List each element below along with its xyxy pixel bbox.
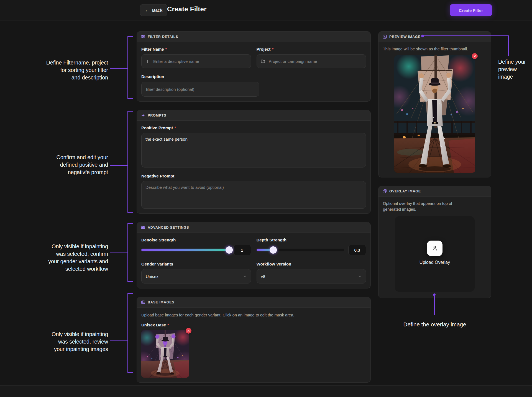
denoise-slider[interactable]: [141, 249, 229, 251]
unisex-base-image[interactable]: [141, 330, 189, 378]
prompts-card: PROMPTS Positive Prompt * the exact same…: [137, 110, 371, 214]
gender-variants-value: Unisex: [146, 274, 158, 279]
layers-icon: [383, 189, 387, 193]
description-label: Description: [141, 74, 164, 79]
workflow-version-group: Workflow Version v8: [257, 262, 366, 283]
denoise-slider-fill: [141, 249, 229, 251]
denoise-strength-label: Denoise Strength: [141, 238, 176, 242]
denoise-value: 1: [233, 245, 251, 255]
overlay-connector-line: [434, 296, 435, 315]
remove-base-image-button[interactable]: ✕: [186, 328, 191, 334]
preview-connector-drop: [508, 35, 509, 56]
bracket-filter-details: [127, 36, 133, 99]
annotation-overlay: Define the overlay image: [385, 321, 484, 328]
filter-name-field-group: Filter Name *: [141, 47, 251, 68]
gender-variants-group: Gender Variants Unisex: [141, 262, 251, 283]
overlay-image-card: OVERLAY IMAGE Optional overlay that appe…: [378, 186, 491, 298]
mixer-sliders-icon: [141, 35, 145, 39]
overlay-image-title: OVERLAY IMAGE: [389, 189, 421, 193]
connector-filter-details: [110, 68, 127, 69]
create-filter-button[interactable]: Create Filter: [450, 4, 492, 16]
preview-connector-line: [424, 35, 509, 36]
project-input-wrap: [257, 54, 366, 68]
base-images-help: Upload base images for each gender varia…: [141, 312, 366, 318]
preview-image-title: PREVIEW IMAGE: [389, 35, 421, 39]
annotation-base-images: Only visible if inpainting was selected,…: [30, 331, 108, 353]
description-field-group: Description: [141, 74, 366, 97]
preview-image-card: PREVIEW IMAGE This image will be shown a…: [378, 31, 491, 177]
description-input-wrap: [141, 82, 259, 97]
bracket-base-images: [127, 293, 133, 373]
filter-name-label: Filter Name: [141, 47, 164, 51]
depth-strength-label: Depth Strength: [257, 238, 287, 242]
preview-image-header: PREVIEW IMAGE: [378, 32, 491, 42]
back-button-label: Back: [152, 8, 162, 13]
close-icon: ✕: [187, 329, 190, 332]
required-asterisk: *: [165, 47, 167, 51]
annotation-prompts: Confirm and edit your defined positive a…: [30, 154, 108, 176]
negative-prompt-textarea[interactable]: [141, 181, 366, 209]
advanced-settings-card: ADVANCED SETTINGS Denoise Strength 1: [137, 222, 371, 288]
depth-slider-fill: [257, 249, 273, 251]
annotation-advanced: Only visible if inpainting was selected,…: [30, 243, 108, 273]
unisex-base-label: Unisex Base: [141, 323, 166, 327]
overlay-upload-area[interactable]: Upload Overlay: [395, 216, 475, 292]
advanced-settings-title: ADVANCED SETTINGS: [148, 226, 189, 230]
bracket-advanced: [127, 223, 133, 282]
preview-image-wrap: ✕: [394, 55, 475, 173]
negative-prompt-label: Negative Prompt: [141, 174, 174, 178]
preview-image: [394, 55, 475, 173]
description-input[interactable]: [145, 87, 255, 92]
upload-overlay-label: Upload Overlay: [420, 260, 450, 265]
mixer-sliders-icon: [141, 225, 145, 230]
overlay-image-header: OVERLAY IMAGE: [378, 186, 491, 197]
connector-base-images: [110, 340, 127, 341]
project-input[interactable]: [268, 59, 362, 64]
remove-preview-image-button[interactable]: ✕: [472, 53, 478, 59]
workflow-version-label: Workflow Version: [257, 262, 291, 266]
depth-slider-thumb[interactable]: [270, 246, 277, 254]
footer-strip: [0, 385, 532, 397]
page-title: Create Filter: [167, 5, 207, 13]
overlay-image-help: Optional overlay that appears on top of …: [383, 201, 466, 212]
unisex-base-thumbnail-wrap: ✕: [141, 330, 189, 378]
folder-icon: [261, 59, 265, 63]
sparkle-icon: [141, 113, 145, 117]
base-images-card: BASE IMAGES Upload base images for each …: [137, 297, 371, 383]
filter-name-input[interactable]: [153, 59, 247, 64]
filter-name-input-wrap: [141, 54, 251, 68]
required-asterisk: *: [272, 47, 273, 51]
filter-details-card: FILTER DETAILS Filter Name *: [137, 31, 371, 102]
preview-image-help: This image will be shown as the filter t…: [383, 46, 487, 52]
positive-prompt-label: Positive Prompt: [141, 125, 173, 130]
required-asterisk: *: [174, 125, 176, 130]
required-asterisk: *: [167, 323, 169, 327]
connector-advanced: [110, 252, 127, 252]
filter-details-title: FILTER DETAILS: [148, 35, 178, 39]
prompts-title: PROMPTS: [148, 114, 166, 117]
denoise-strength-group: Denoise Strength 1: [141, 238, 251, 255]
filter-details-header: FILTER DETAILS: [137, 32, 370, 42]
positive-prompt-textarea[interactable]: the exact same person: [141, 133, 366, 167]
right-column: PREVIEW IMAGE This image will be shown a…: [378, 31, 491, 306]
annotation-preview: Define your preview image: [498, 58, 532, 81]
close-icon: ✕: [474, 55, 476, 58]
back-arrow-icon: ←: [145, 7, 150, 13]
gender-variants-select[interactable]: Unisex: [141, 269, 251, 283]
top-bar: ← Back Create Filter Create Filter: [0, 0, 532, 20]
workflow-version-select[interactable]: v8: [257, 269, 366, 283]
depth-slider[interactable]: [257, 249, 344, 251]
prompts-header: PROMPTS: [137, 110, 370, 121]
form-column: FILTER DETAILS Filter Name *: [137, 31, 371, 391]
upload-overlay-button[interactable]: [427, 241, 443, 256]
image-icon: [141, 300, 145, 304]
chevron-down-icon: [243, 274, 247, 278]
base-images-header: BASE IMAGES: [137, 297, 370, 308]
project-label: Project: [257, 47, 271, 51]
base-images-title: BASE IMAGES: [148, 300, 174, 304]
depth-value: 0.3: [348, 245, 366, 255]
denoise-slider-thumb[interactable]: [226, 246, 233, 254]
project-field-group: Project *: [257, 47, 366, 68]
back-button[interactable]: ← Back: [140, 4, 167, 16]
depth-strength-group: Depth Strength 0.3: [257, 238, 366, 255]
